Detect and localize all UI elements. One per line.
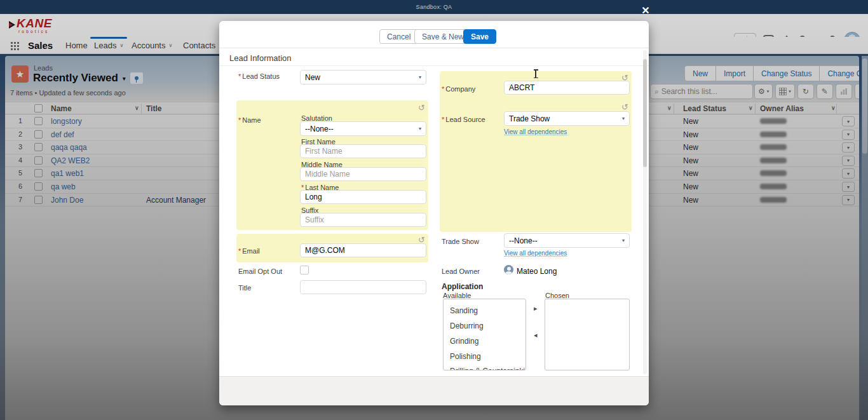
row-checkbox[interactable]	[34, 117, 43, 125]
app-launcher-waffle-icon[interactable]	[10, 41, 19, 50]
divider	[219, 65, 649, 66]
section-title: Lead Information	[229, 53, 292, 63]
middle-name-input[interactable]	[300, 167, 426, 181]
required-marker: *	[442, 85, 444, 93]
modal-close-icon[interactable]: ✕	[637, 3, 654, 18]
row-actions-button[interactable]: ▾	[842, 116, 855, 126]
lead-name-link[interactable]: longstory	[51, 117, 82, 126]
row-checkbox[interactable]	[34, 143, 43, 151]
trade-show-value: --None--	[509, 236, 538, 245]
column-header-title[interactable]: Title	[146, 104, 161, 113]
row-checkbox[interactable]	[34, 196, 43, 204]
owner-alias-redacted	[760, 170, 787, 176]
sort-chevron-icon[interactable]: ∨	[667, 105, 672, 111]
search-input[interactable]	[661, 87, 738, 96]
column-header-owner-alias[interactable]: Owner Alias	[760, 104, 804, 113]
view-dependencies-link[interactable]: View all dependencies	[504, 250, 567, 257]
last-name-input[interactable]	[300, 190, 426, 204]
row-actions-button[interactable]: ▾	[842, 130, 855, 140]
first-name-input[interactable]	[300, 144, 426, 158]
lead-status-select[interactable]: New ▾	[300, 70, 426, 85]
refresh-button[interactable]: ↻	[797, 84, 814, 99]
sort-chevron-icon[interactable]: ∨	[749, 105, 753, 111]
row-actions-button[interactable]: ▾	[842, 168, 855, 179]
nav-tab-accounts[interactable]: Accounts ∨	[132, 41, 172, 50]
company-input[interactable]	[504, 81, 630, 95]
entity-label: Leads	[34, 64, 53, 72]
listbox-option[interactable]: Drilling & Countersinking	[450, 367, 526, 370]
save-button[interactable]: Save	[463, 29, 496, 44]
email-opt-out-checkbox[interactable]	[300, 266, 309, 274]
divider	[219, 48, 649, 48]
nav-tab-contacts[interactable]: Contacts ∨	[183, 41, 222, 50]
lead-source-select[interactable]: Trade Show ▾	[504, 111, 630, 126]
sort-chevron-icon[interactable]: ∨	[831, 105, 836, 111]
lead-name-link[interactable]: qaqa qaqa	[51, 143, 87, 152]
listbox-option[interactable]: Grinding	[450, 337, 478, 346]
chosen-listbox[interactable]	[545, 299, 630, 370]
available-listbox[interactable]: Sanding Deburring Grinding Polishing Dri…	[443, 299, 526, 370]
inline-edit-button[interactable]: ✎	[817, 84, 833, 99]
lead-name-link[interactable]: def def	[51, 130, 74, 139]
select-all-checkbox[interactable]	[34, 104, 43, 112]
chart-icon	[840, 88, 848, 95]
chevron-down-icon[interactable]: ∨	[168, 43, 172, 48]
lead-name-link[interactable]: QA2 WEB2	[51, 156, 90, 165]
charts-button[interactable]	[836, 84, 852, 99]
undo-icon[interactable]: ↺	[621, 102, 628, 112]
trade-show-select[interactable]: --None-- ▾	[504, 233, 630, 248]
display-as-button[interactable]: ▾	[775, 84, 795, 99]
owner-alias-redacted	[760, 158, 787, 163]
list-settings-button[interactable]: ⚙▾	[754, 84, 773, 99]
column-header-lead-status[interactable]: Lead Status	[683, 104, 726, 113]
company-source-highlight-box	[440, 71, 632, 232]
lead-status-value: New	[683, 143, 698, 152]
pin-view-button[interactable]	[130, 72, 143, 84]
modal-footer	[219, 376, 649, 405]
title-input[interactable]	[300, 280, 426, 294]
move-to-chosen-button[interactable]: ▸	[534, 304, 538, 313]
modal-scrollbar-thumb[interactable]	[643, 59, 647, 167]
lead-name-link[interactable]: qa1 web1	[51, 169, 84, 178]
change-owner-button[interactable]: Change Owner	[820, 65, 859, 81]
sort-chevron-icon[interactable]: ∨	[135, 105, 139, 111]
pencil-icon: ✎	[822, 87, 828, 96]
import-button[interactable]: Import	[716, 65, 754, 81]
row-number: 5	[11, 169, 29, 177]
row-actions-button[interactable]: ▾	[842, 195, 855, 205]
salutation-select[interactable]: --None-- ▾	[300, 121, 426, 136]
list-view-name[interactable]: Recently Viewed	[33, 72, 118, 85]
app-name[interactable]: Sales	[28, 40, 53, 51]
list-search: ⌕	[650, 84, 753, 99]
row-checkbox[interactable]	[34, 182, 43, 191]
row-actions-button[interactable]: ▾	[842, 156, 855, 166]
row-checkbox[interactable]	[34, 130, 43, 139]
chevron-down-icon[interactable]: ∨	[119, 43, 123, 48]
gear-icon: ⚙	[758, 87, 765, 96]
view-selector-caret-icon[interactable]: ▾	[123, 75, 126, 82]
view-dependencies-link[interactable]: View all dependencies	[504, 128, 567, 135]
company-label: *Company	[442, 85, 475, 93]
lead-name-link[interactable]: qa web	[51, 182, 76, 191]
cancel-button[interactable]: Cancel	[379, 29, 418, 44]
caret-down-icon: ▾	[622, 116, 625, 121]
new-button[interactable]: New	[684, 65, 716, 81]
filter-button[interactable]	[855, 84, 859, 99]
suffix-input[interactable]	[300, 213, 426, 227]
row-checkbox[interactable]	[34, 156, 43, 165]
move-to-available-button[interactable]: ◂	[534, 331, 538, 339]
row-actions-button[interactable]: ▾	[842, 142, 855, 152]
nav-tab-home[interactable]: Home	[65, 41, 88, 50]
undo-icon[interactable]: ↺	[418, 103, 425, 112]
listbox-option[interactable]: Deburring	[450, 322, 484, 330]
listbox-option[interactable]: Sanding	[450, 306, 478, 315]
column-header-name[interactable]: Name	[51, 104, 72, 113]
nav-tab-leads[interactable]: Leads ∨	[94, 41, 123, 50]
email-input[interactable]	[300, 243, 426, 257]
row-checkbox[interactable]	[34, 169, 43, 177]
page-scrollbar-thumb[interactable]	[862, 58, 867, 154]
change-status-button[interactable]: Change Status	[754, 65, 820, 81]
row-actions-button[interactable]: ▾	[842, 182, 855, 192]
listbox-option[interactable]: Polishing	[450, 352, 481, 361]
lead-name-link[interactable]: John Doe	[51, 196, 83, 205]
